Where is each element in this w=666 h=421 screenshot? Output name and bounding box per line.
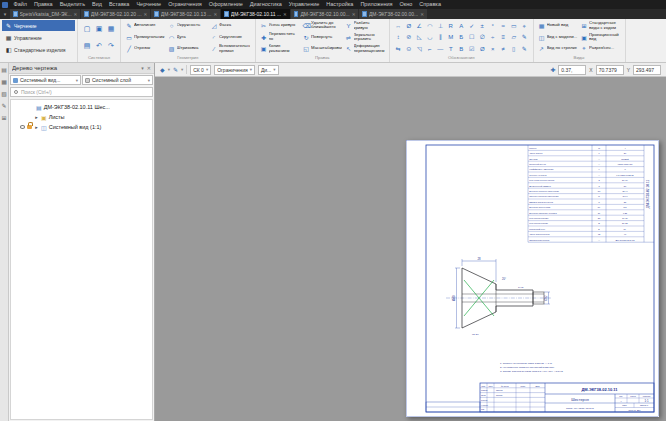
expander-icon[interactable]: ▸ (34, 114, 39, 120)
tool-button[interactable]: ⊞Стандартные виды с кодом (579, 20, 622, 32)
tool-button[interactable]: ✎Автолиния (124, 20, 167, 32)
tool-button[interactable]: ▣Проекционный вид (579, 32, 622, 44)
annotation-tool-icon[interactable]: ⊙ (404, 44, 415, 55)
close-icon[interactable]: ✕ (144, 12, 148, 17)
annotation-tool-icon[interactable]: × (488, 44, 499, 55)
menu-item-2[interactable]: Выделить (56, 0, 88, 9)
annotation-tool-icon[interactable]: Ø (404, 21, 415, 32)
tool-button[interactable]: ⌫Удалить до ближайшего о... (301, 20, 344, 32)
document-tab-0[interactable]: SpetsVkatsia_DM-ЭК...✕ (10, 9, 80, 19)
tool-button[interactable]: YРазбить кривую (344, 20, 387, 32)
constraints-select[interactable]: Ограничения▾ (214, 65, 255, 75)
tool-button[interactable]: ○Окружность (167, 20, 210, 32)
search-input[interactable]: Поиск (Ctrl+/) (10, 87, 153, 97)
annotation-tool-icon[interactable]: Б (456, 32, 467, 43)
tree-item-2[interactable]: ▸◫Системный вид (1:1) (11, 122, 152, 132)
document-tab-3[interactable]: ДМ-ЭКГ38-02.10.11 ...✕ (221, 9, 290, 19)
menu-item-3[interactable]: Вид (89, 0, 106, 9)
menu-item-9[interactable]: Управление (285, 0, 323, 9)
annotation-tool-icon[interactable]: R (446, 21, 457, 32)
document-tab-2[interactable]: ДМ-ЭКГ38-02.10.13 ...✕ (151, 9, 220, 19)
annotation-tool-icon[interactable]: ◠ (425, 21, 436, 32)
tool-button[interactable]: ✚Переместить по координатам (259, 32, 302, 44)
annotation-tool-icon[interactable]: ∅ (477, 32, 488, 43)
annotation-tool-icon[interactable]: M (446, 32, 457, 43)
tool-button[interactable]: ◜Скругление (209, 32, 252, 44)
annotation-tool-icon[interactable]: ⇆ (393, 44, 404, 55)
menu-item-5[interactable]: Черчение (133, 0, 165, 9)
menu-item-7[interactable]: Оформление (205, 0, 246, 9)
current-view-select[interactable]: Системный вид... ▾ (10, 75, 81, 85)
annotation-tool-icon[interactable]: ⌐ (425, 44, 436, 55)
close-icon[interactable]: ✕ (214, 12, 218, 17)
tool-button[interactable]: ✂Усечь кривую (259, 20, 302, 32)
ribbon-mode-tab-2[interactable]: ◧Стандартные изделия (2, 44, 75, 55)
ribbon-mode-tab-1[interactable]: ▦Управление (2, 32, 75, 43)
annotation-tool-icon[interactable]: ≈ (498, 21, 509, 32)
layers-panel-icon[interactable]: ▦ (1, 78, 7, 85)
panel-close-icon[interactable]: ✕ (147, 65, 151, 71)
drawing-canvas[interactable]: Модульm4Число зубьевz20Тип зуба—ПрямойИс… (155, 77, 666, 421)
tool-button[interactable]: ⌖Разрез/сеч... (579, 43, 622, 55)
tool-button[interactable]: ╱Отрезок (124, 43, 167, 55)
annotation-tool-icon[interactable]: A (456, 21, 467, 32)
annotation-tool-icon[interactable]: ✎ (519, 32, 530, 43)
tree-item-0[interactable]: ▤ДМ-ЭКГ38-02.10.11 Шес... (11, 102, 152, 112)
undo-icon[interactable]: ↶ (96, 42, 102, 50)
menu-item-8[interactable]: Диагностика (246, 0, 285, 9)
snap-icon[interactable]: ✚ (550, 66, 555, 73)
menu-item-13[interactable]: Справка (416, 0, 445, 9)
redo-icon[interactable]: ↷ (108, 42, 114, 50)
style-icon[interactable]: ◆ (160, 66, 165, 73)
tool-button[interactable]: ▣Копия указанием (259, 43, 302, 55)
annotation-tool-icon[interactable]: ⊘ (404, 32, 415, 43)
menu-item-10[interactable]: Настройка (323, 0, 357, 9)
annotation-tool-icon[interactable]: ◡ (425, 32, 436, 43)
blocks-panel-icon[interactable]: ▧ (1, 90, 7, 97)
close-icon[interactable]: ✕ (74, 12, 78, 17)
close-icon[interactable]: ✕ (420, 12, 424, 17)
menu-item-1[interactable]: Правка (31, 0, 57, 9)
x-coordinate-field[interactable]: 70.7379 (596, 65, 624, 75)
tool-button[interactable]: ◠Дуга (167, 32, 210, 44)
ribbon-mode-tab-0[interactable]: ✎Черчение (2, 20, 75, 31)
dimensions-select[interactable]: Ди...▾ (258, 65, 279, 75)
annotation-tool-icon[interactable]: ☑ (467, 44, 478, 55)
document-tab-4[interactable]: ДМ-ЭКГ38-02.10.00...✕ (291, 9, 359, 19)
tool-button[interactable]: ◿Фаска (209, 20, 252, 32)
tool-button[interactable]: ▨Штриховка (167, 43, 210, 55)
y-coordinate-field[interactable]: 293.497 (633, 65, 661, 75)
annotation-tool-icon[interactable]: ÷ (488, 32, 499, 43)
tool-button[interactable]: ▭Прямоугольник (124, 32, 167, 44)
annotation-tool-icon[interactable]: ▱ (509, 32, 520, 43)
close-icon[interactable]: ✕ (352, 12, 356, 17)
coordinate-system-select[interactable]: СК 0▾ (190, 65, 211, 75)
tool-button[interactable]: ◫Вид с модели... (537, 32, 580, 44)
libraries-panel-icon[interactable]: ⊞ (1, 114, 6, 121)
annotation-tool-icon[interactable]: ▯ (509, 44, 520, 55)
panel-options-icon[interactable]: ▾ (141, 65, 144, 71)
annotation-tool-icon[interactable]: Ø (477, 44, 488, 55)
tab-list-button[interactable]: ▾ (0, 9, 10, 19)
close-icon[interactable]: ✕ (283, 12, 287, 17)
menu-item-0[interactable]: Файл (10, 0, 31, 9)
document-tab-1[interactable]: ДМ-ЭКГ38-02.10.20 ...✕ (81, 9, 150, 19)
tool-button[interactable]: ◱Масштабировать (301, 43, 344, 55)
tool-button[interactable]: ↖Деформация перемещением (344, 43, 387, 55)
step-field[interactable]: 0.37, (558, 65, 586, 75)
expander-icon[interactable]: ▸ (34, 124, 39, 130)
annotation-tool-icon[interactable]: ◹ (414, 44, 425, 55)
new-document-icon[interactable]: ▢ (84, 25, 91, 33)
current-layer-select[interactable]: Системный слой ▾ (82, 75, 153, 85)
lock-icon[interactable] (27, 125, 32, 129)
tree-item-1[interactable]: ▸▣Листы (11, 112, 152, 122)
annotation-tool-icon[interactable]: ↕ (393, 32, 404, 43)
annotation-tool-icon[interactable]: ≠ (498, 44, 509, 55)
annotation-tool-icon[interactable]: T (446, 44, 457, 55)
annotation-tool-icon[interactable]: В (456, 44, 467, 55)
menu-item-11[interactable]: Приложения (357, 0, 396, 9)
annotation-tool-icon[interactable]: ☐ (467, 32, 478, 43)
open-icon[interactable]: ▣ (96, 25, 103, 33)
annotation-tool-icon[interactable]: ◺ (414, 32, 425, 43)
tool-button[interactable]: ∕Вспомогательная прямая (209, 43, 252, 55)
